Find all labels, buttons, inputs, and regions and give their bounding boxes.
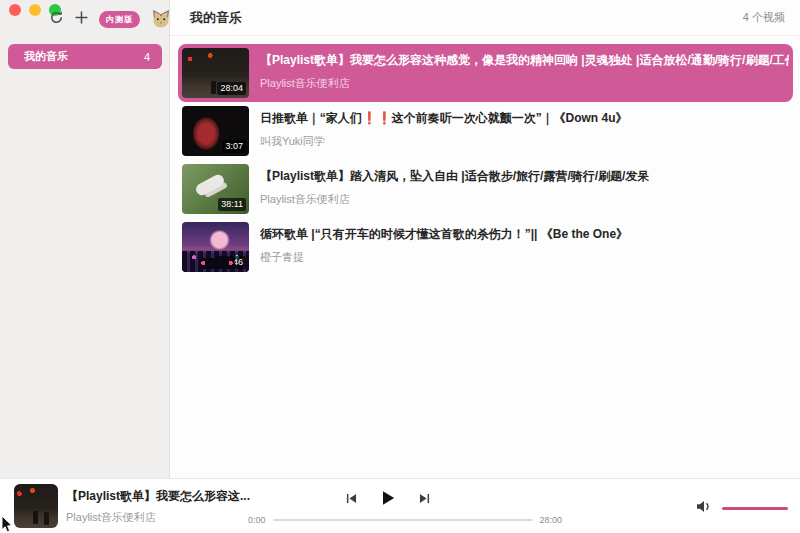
- skip-previous-icon: [346, 492, 357, 507]
- toolbar: 内测版: [49, 9, 171, 29]
- video-title: 循环歌单 |“只有开车的时候才懂这首歌的杀伤力！”|| 《Be the One》: [260, 226, 628, 243]
- now-playing-author: Playlist音乐便利店: [66, 510, 251, 525]
- now-playing-title: 【Playlist歌单】我要怎么形容这...: [66, 488, 251, 505]
- volume-section: [696, 499, 788, 517]
- duration-badge: 34:46: [217, 256, 246, 269]
- beta-badge: 内测版: [99, 11, 140, 28]
- now-playing-thumbnail: [14, 484, 58, 528]
- video-author: Playlist音乐便利店: [260, 192, 649, 207]
- video-title: 【Playlist歌单】踏入清风，坠入自由 |适合散步/旅行/露营/骑行/刷题/…: [260, 168, 649, 185]
- video-title: 【Playlist歌单】我要怎么形容这种感觉，像是我的精神回响 |灵魂独处 |适…: [260, 52, 789, 69]
- video-thumbnail: 38:11: [182, 164, 249, 214]
- plus-icon: [75, 11, 88, 27]
- playlist: 28:04 【Playlist歌单】我要怎么形容这种感觉，像是我的精神回响 |灵…: [170, 36, 800, 276]
- video-author: Playlist音乐便利店: [260, 76, 789, 91]
- volume-slider[interactable]: [722, 507, 788, 510]
- current-time: 0:00: [248, 515, 266, 525]
- video-thumbnail: 28:04: [182, 48, 249, 98]
- video-thumbnail: 34:46: [182, 222, 249, 272]
- video-meta: 循环歌单 |“只有开车的时候才懂这首歌的杀伤力！”|| 《Be the One》…: [260, 222, 628, 265]
- sidebar-item-label: 我的音乐: [24, 49, 68, 64]
- page-title: 我的音乐: [190, 9, 242, 27]
- play-icon: [380, 490, 396, 509]
- sidebar: 内测版 我的音乐 4: [0, 0, 170, 478]
- close-window-button[interactable]: [9, 4, 21, 16]
- player-bar: 【Playlist歌单】我要怎么形容这... Playlist音乐便利店 0:0…: [0, 478, 800, 533]
- video-meta: 【Playlist歌单】我要怎么形容这种感觉，像是我的精神回响 |灵魂独处 |适…: [260, 48, 789, 91]
- duration-badge: 38:11: [218, 198, 246, 211]
- refresh-button[interactable]: [49, 10, 64, 28]
- play-button[interactable]: [380, 490, 396, 509]
- playlist-item[interactable]: 34:46 循环歌单 |“只有开车的时候才懂这首歌的杀伤力！”|| 《Be th…: [178, 218, 793, 276]
- mute-button[interactable]: [696, 499, 713, 517]
- playlist-item[interactable]: 28:04 【Playlist歌单】我要怎么形容这种感觉，像是我的精神回响 |灵…: [178, 44, 793, 102]
- sidebar-item-my-music[interactable]: 我的音乐 4: [8, 44, 162, 69]
- playback-controls: [346, 490, 430, 509]
- playlist-item[interactable]: 38:11 【Playlist歌单】踏入清风，坠入自由 |适合散步/旅行/露营/…: [178, 160, 793, 218]
- user-avatar[interactable]: [151, 9, 171, 29]
- page-header: 我的音乐 4 个视频: [170, 0, 800, 36]
- cat-avatar-icon: [151, 9, 171, 29]
- video-count-label: 4 个视频: [743, 10, 785, 25]
- sidebar-item-count: 4: [144, 51, 150, 63]
- video-author: 叫我Yuki同学: [260, 134, 627, 149]
- skip-next-icon: [419, 492, 430, 507]
- video-meta: 【Playlist歌单】踏入清风，坠入自由 |适合散步/旅行/露营/骑行/刷题/…: [260, 164, 649, 207]
- duration-badge: 28:04: [217, 82, 246, 95]
- total-time: 28:00: [540, 515, 563, 525]
- next-track-button[interactable]: [419, 492, 430, 507]
- progress-section: 0:00 28:00: [248, 515, 562, 525]
- video-meta: 日推歌单｜“家人们❗❗这个前奏听一次心就颤一次”｜《Down 4u》 叫我Yuk…: [260, 106, 627, 149]
- now-playing-info: 【Playlist歌单】我要怎么形容这... Playlist音乐便利店: [66, 488, 251, 525]
- main-content: 我的音乐 4 个视频 28:04 【Playlist歌单】我要怎么形容这种感觉，…: [170, 0, 800, 478]
- duration-badge: 3:07: [222, 140, 246, 153]
- playlist-item[interactable]: 3:07 日推歌单｜“家人们❗❗这个前奏听一次心就颤一次”｜《Down 4u》 …: [178, 102, 793, 160]
- previous-track-button[interactable]: [346, 492, 357, 507]
- minimize-window-button[interactable]: [29, 4, 41, 16]
- video-title: 日推歌单｜“家人们❗❗这个前奏听一次心就颤一次”｜《Down 4u》: [260, 110, 627, 127]
- video-author: 橙子青提: [260, 250, 628, 265]
- add-button[interactable]: [75, 11, 88, 27]
- volume-icon: [696, 499, 713, 517]
- refresh-icon: [49, 10, 64, 28]
- seek-bar[interactable]: [273, 519, 533, 521]
- video-thumbnail: 3:07: [182, 106, 249, 156]
